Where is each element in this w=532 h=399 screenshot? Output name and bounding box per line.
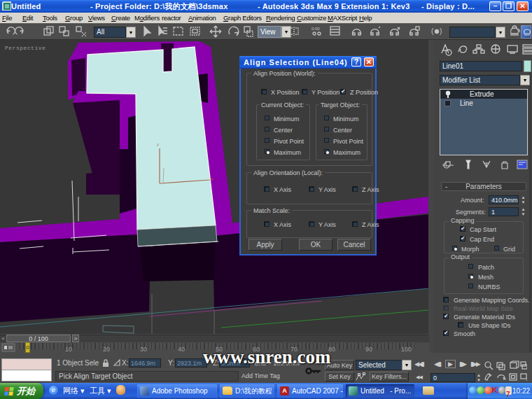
svg-text:y: y [157,142,159,146]
svg-text:(: ( [431,27,434,35]
svg-text:0:00: 0:00 [312,27,320,31]
svg-text:): ) [440,27,442,35]
